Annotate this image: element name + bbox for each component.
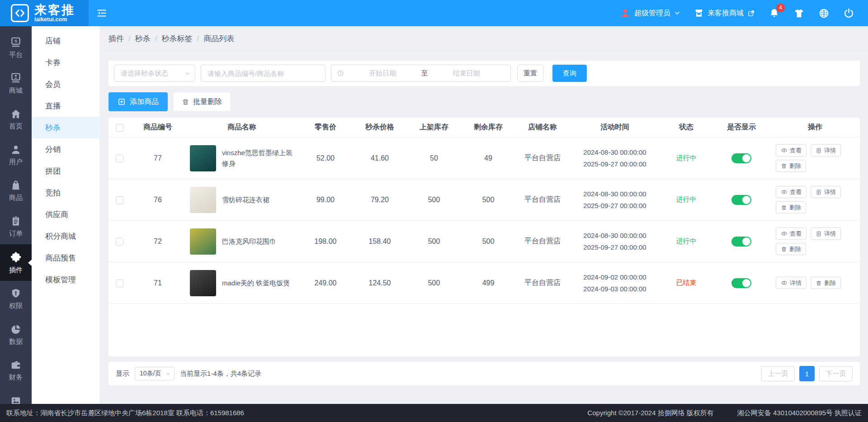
submenu-item[interactable]: 店铺: [32, 30, 99, 52]
product-image: [190, 270, 216, 296]
submenu-item[interactable]: 积分商城: [32, 225, 99, 247]
reset-button[interactable]: 重置: [517, 65, 543, 82]
submenu-item[interactable]: 会员: [32, 73, 99, 95]
sidebar-item-label: 插件: [9, 266, 23, 275]
view-button[interactable]: 查看: [776, 228, 807, 240]
logo-domain: laiketui.com: [34, 16, 75, 23]
batch-delete-button[interactable]: 批量删除: [173, 92, 231, 111]
sidebar-item-plugin[interactable]: 插件: [0, 244, 32, 281]
trash-icon: [781, 163, 787, 169]
breadcrumb-separator: /: [197, 34, 199, 43]
sidebar-item-permission[interactable]: 权限: [0, 281, 32, 317]
sidebar-item-label: 财务: [9, 373, 23, 382]
product-id: 71: [130, 279, 185, 287]
globe-icon[interactable]: [818, 8, 830, 19]
sidebar-item-user[interactable]: 用户: [0, 137, 32, 173]
submenu-item[interactable]: 供应商: [32, 204, 99, 225]
submenu-item[interactable]: 秒杀: [32, 117, 99, 138]
remaining-stock: 49: [461, 154, 515, 162]
date-start-placeholder: 开始日期: [344, 69, 421, 78]
sidebar-item-goods[interactable]: 商品: [0, 173, 32, 209]
listed-stock: 500: [407, 196, 461, 204]
submenu-item[interactable]: 拼团: [32, 160, 99, 182]
remaining-stock: 500: [461, 237, 515, 246]
sidebar-item-label: 首页: [9, 122, 23, 131]
product-name: madie美的 铁釜电饭煲: [222, 278, 297, 288]
submenu-item[interactable]: 分销: [32, 138, 99, 160]
shop-link[interactable]: 来客推商城: [694, 8, 755, 18]
product-name: vinszhe范思哲墨绿上装修身: [222, 147, 297, 169]
external-link-icon: [747, 9, 755, 17]
sidebar-item-home[interactable]: 首页: [0, 101, 32, 137]
select-all-checkbox[interactable]: [116, 124, 123, 132]
sidebar-item-media[interactable]: [0, 388, 32, 404]
submenu-item[interactable]: 卡券: [32, 52, 99, 73]
detail-button[interactable]: 详情: [811, 144, 841, 156]
order-icon: [10, 215, 22, 227]
breadcrumb-item[interactable]: 秒杀: [135, 33, 151, 44]
retail-price: 99.00: [298, 196, 353, 204]
sidebar-item-label: 权限: [9, 302, 23, 310]
next-page-button[interactable]: 下一页: [819, 366, 853, 381]
power-icon[interactable]: [843, 8, 854, 19]
detail-button[interactable]: 详情: [811, 186, 841, 198]
breadcrumb-item[interactable]: 秒杀标签: [161, 33, 192, 44]
footer-copyright: Copyright ©2017-2024 拾捌网络 版权所有: [587, 409, 714, 417]
visibility-toggle[interactable]: [731, 278, 751, 288]
delete-button[interactable]: 删除: [776, 160, 806, 172]
prev-page-button[interactable]: 上一页: [761, 366, 795, 381]
view-button[interactable]: 查看: [776, 186, 807, 198]
submenu-item[interactable]: 直播: [32, 95, 99, 117]
date-range-picker[interactable]: 开始日期 至 结束日期: [331, 65, 511, 82]
view-button[interactable]: 查看: [776, 144, 807, 156]
seckill-status-placeholder: 请选择秒杀状态: [121, 69, 168, 78]
submenu-item[interactable]: 竞拍: [32, 182, 99, 204]
primary-sidebar: S平台商城首页用户商品订单插件权限数据财务: [0, 26, 32, 404]
visibility-toggle[interactable]: [731, 153, 751, 163]
add-product-button[interactable]: 添加商品: [108, 92, 168, 111]
seckill-price: 158.40: [353, 237, 407, 246]
tshirt-icon[interactable]: [793, 8, 805, 19]
sidebar-item-label: 商品: [9, 194, 23, 202]
submenu-item[interactable]: 商品预售: [32, 247, 99, 269]
row-checkbox[interactable]: [116, 238, 123, 246]
plus-square-icon: [118, 98, 126, 106]
submenu-item[interactable]: 模板管理: [32, 269, 99, 290]
current-page-button[interactable]: 1: [799, 366, 815, 381]
row-checkbox[interactable]: [116, 280, 123, 287]
sidebar-item-finance[interactable]: 财务: [0, 352, 32, 388]
search-button[interactable]: 查询: [552, 65, 587, 82]
chevron-down-icon: [674, 10, 680, 16]
product-image: [190, 187, 216, 213]
doc-icon: [816, 231, 822, 237]
row-checkbox[interactable]: [116, 196, 123, 204]
detail-button[interactable]: 详情: [811, 228, 841, 240]
seckill-price: 79.20: [353, 196, 407, 204]
notifications-button[interactable]: 4: [769, 8, 780, 19]
user-menu[interactable]: 超级管理员: [620, 8, 680, 19]
column-header: 操作: [770, 123, 860, 132]
sidebar-item-data[interactable]: 数据: [0, 317, 32, 352]
product-search-input[interactable]: [201, 65, 326, 82]
delete-button[interactable]: 删除: [776, 201, 806, 213]
page-size-select[interactable]: 10条/页: [135, 367, 175, 380]
delete-button[interactable]: 删除: [776, 243, 806, 255]
visibility-toggle[interactable]: [731, 237, 751, 247]
seckill-status-select[interactable]: 请选择秒杀状态: [114, 65, 195, 82]
row-checkbox[interactable]: [116, 155, 123, 162]
sidebar-item-platform[interactable]: S平台: [0, 30, 32, 66]
pagination-summary: 当前显示1-4条，共4条记录: [180, 370, 261, 378]
menu-fold-icon[interactable]: [96, 7, 108, 19]
view-button[interactable]: 详情: [776, 277, 807, 289]
delete-button[interactable]: 删除: [811, 277, 841, 289]
breadcrumb: 插件/秒杀/秒杀标签/商品列表: [99, 26, 868, 52]
visibility-toggle[interactable]: [731, 195, 751, 205]
sidebar-item-mall[interactable]: 商城: [0, 66, 32, 101]
breadcrumb-item[interactable]: 商品列表: [203, 33, 234, 44]
seckill-price: 41.60: [353, 154, 407, 162]
status-badge: 进行中: [676, 195, 697, 203]
eye-icon: [781, 280, 788, 286]
chevron-down-icon: [184, 71, 190, 76]
breadcrumb-item[interactable]: 插件: [108, 33, 124, 44]
sidebar-item-order[interactable]: 订单: [0, 209, 32, 244]
